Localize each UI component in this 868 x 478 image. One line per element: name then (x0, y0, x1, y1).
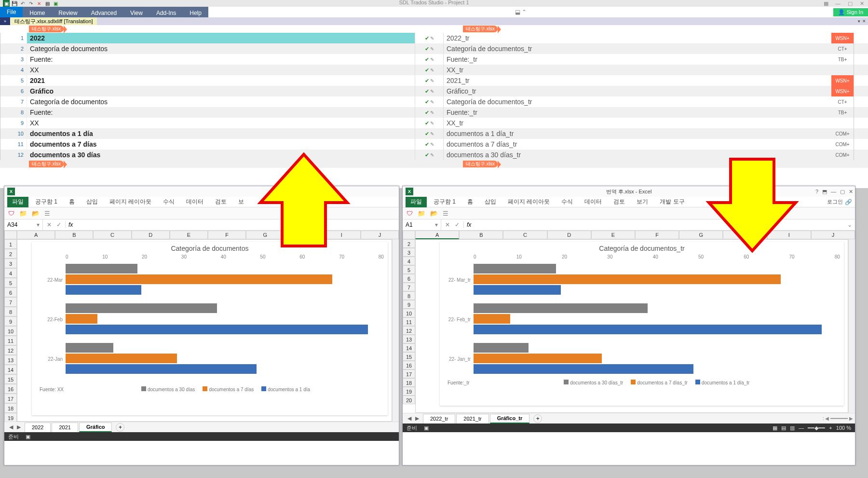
row-header[interactable]: 10 (403, 309, 415, 317)
row-header[interactable]: 17 (403, 369, 415, 378)
status-cell[interactable]: ✔✎ (415, 65, 444, 75)
excel-tab-4[interactable]: 페이지 레이아웃 (105, 197, 156, 207)
row-header[interactable]: 5 (4, 278, 17, 287)
row-header[interactable]: 16 (403, 361, 415, 369)
segment-row[interactable]: 12022✔✎2022_trWSN+ (0, 33, 868, 43)
sheet-tab[interactable]: 2022 (25, 423, 51, 432)
row-header[interactable]: 18 (403, 378, 415, 387)
undo-icon[interactable]: ↶ (19, 0, 26, 7)
toolbox-icon[interactable]: ▦ (820, 0, 832, 7)
status-cell[interactable]: ✔✎ (415, 75, 444, 86)
row-header[interactable]: 2 (4, 249, 17, 259)
row-header[interactable]: 14 (4, 365, 17, 374)
excel-tab-1[interactable]: 공구함 1 (30, 197, 62, 207)
login-link[interactable]: 로그인 (827, 198, 843, 205)
add-sheet-button[interactable]: + (116, 423, 124, 432)
folder-icon[interactable]: 📁 (19, 210, 27, 217)
column-header[interactable]: J (811, 231, 855, 239)
row-header[interactable]: 13 (403, 335, 415, 343)
target-cell[interactable]: documentos a 7 días_tr (444, 139, 831, 150)
minimize-icon[interactable]: — (832, 0, 844, 7)
source-cell[interactable]: XX (27, 118, 415, 128)
row-header[interactable]: 9 (403, 300, 415, 309)
target-cell[interactable]: Categoría de documentos_tr (444, 43, 831, 54)
view-normal-icon[interactable]: ▦ (773, 425, 777, 431)
folder-icon[interactable]: 📁 (418, 210, 425, 217)
target-cell[interactable]: Fuente:_tr (444, 107, 831, 118)
share-icon[interactable]: 🔗 (845, 199, 852, 205)
column-header[interactable]: A (415, 231, 459, 239)
maximize-icon[interactable]: ▢ (840, 189, 845, 195)
name-box[interactable]: A34▾ (4, 219, 43, 230)
target-cell[interactable]: documentos a 1 día_tr (444, 128, 831, 139)
sheet-tab[interactable]: 2021 (52, 423, 78, 432)
sign-in-button[interactable]: 👤Sign In (833, 8, 868, 16)
status-cell[interactable]: ✔✎ (415, 43, 444, 54)
macro-icon[interactable]: ▣ (424, 425, 429, 431)
segment-row[interactable]: 2Categoría de documentos✔✎Categoría de d… (0, 43, 868, 54)
tab-addins[interactable]: Add-Ins (149, 7, 183, 17)
excel-tab-9[interactable]: 개발 도구 (655, 197, 689, 207)
segment-grid[interactable]: 12022✔✎2022_trWSN+2Categoría de document… (0, 33, 868, 160)
row-header[interactable]: 9 (4, 316, 17, 326)
row-header[interactable]: 16 (4, 384, 17, 394)
target-cell[interactable]: Fuente:_tr (444, 54, 831, 65)
target-cell[interactable]: Gráfico_tr (444, 86, 831, 96)
sheet-tab[interactable]: 2021_tr (456, 414, 488, 423)
row-header[interactable]: 7 (4, 297, 17, 307)
name-box[interactable]: A1▾ (403, 219, 441, 230)
row-header[interactable]: 6 (4, 287, 17, 297)
expand-nav-icon[interactable]: » (0, 17, 11, 25)
status-cell[interactable]: ✔✎ (415, 33, 444, 43)
status-cell[interactable]: ✔✎ (415, 107, 444, 118)
target-cell[interactable]: 2021_tr (444, 75, 831, 86)
formula-expand-icon[interactable]: ⌄ (844, 221, 855, 228)
sheet-tab[interactable]: Gráfico (79, 423, 112, 432)
qat-app-icon[interactable]: ▣ (3, 0, 10, 7)
save-icon[interactable]: 💾 (11, 0, 18, 7)
source-cell[interactable]: Categoría de documentos (27, 96, 415, 107)
enter-formula-icon[interactable]: ✓ (455, 221, 460, 228)
select-all-corner[interactable] (4, 231, 17, 239)
excel-tab-3[interactable]: 삽입 (81, 197, 103, 207)
redo-icon[interactable]: ↷ (27, 0, 34, 7)
excel-tab-5[interactable]: 수식 (556, 197, 578, 207)
excel-tab-4[interactable]: 페이지 레이아웃 (503, 197, 555, 207)
zoom-level[interactable]: 100 % (836, 425, 851, 431)
status-cell[interactable]: ✔✎ (415, 128, 444, 139)
excel-tab-0[interactable]: 파일 (7, 197, 28, 207)
target-cell[interactable]: XX_tr (444, 118, 831, 128)
cancel-icon[interactable]: ✕ (36, 0, 42, 7)
row-header[interactable]: 2 (403, 239, 415, 248)
fx-icon[interactable]: fx (65, 221, 76, 228)
source-cell[interactable]: Categoría de documentos (27, 43, 415, 54)
help-icon[interactable]: ? (815, 189, 818, 195)
row-header[interactable]: 1 (4, 239, 17, 249)
row-header[interactable]: 6 (403, 274, 415, 283)
vertical-scrollbar[interactable] (848, 239, 855, 413)
row-header[interactable]: 20 (403, 396, 415, 404)
column-header[interactable]: F (635, 231, 679, 239)
run-icon[interactable]: ▣ (52, 0, 59, 7)
doc-menu-icon[interactable]: ▾ (858, 19, 860, 24)
source-cell[interactable]: Fuente: (27, 107, 415, 118)
doc-close-icon[interactable]: ✕ (862, 19, 866, 24)
row-header[interactable]: 12 (403, 326, 415, 335)
row-header[interactable]: 19 (403, 387, 415, 396)
excel-tab-1[interactable]: 공구함 1 (429, 197, 461, 207)
folder-open-icon[interactable]: 📂 (32, 210, 40, 217)
shield-icon[interactable]: 🛡 (407, 210, 413, 217)
cancel-formula-icon[interactable]: ✕ (47, 221, 52, 228)
cells-area[interactable]: Categoría de documentos_tr 0102030405060… (415, 239, 848, 413)
cells-area[interactable]: Categoría de documentos 0102030405060708… (17, 239, 392, 422)
segment-row[interactable]: 9XX✔✎XX_tr (0, 118, 868, 128)
close-icon[interactable]: ✕ (856, 0, 868, 7)
row-header[interactable]: 8 (4, 307, 17, 316)
row-header[interactable]: 10 (4, 326, 17, 336)
source-cell[interactable]: documentos a 7 días (27, 139, 415, 150)
segment-row[interactable]: 52021✔✎2021_trWSN+ (0, 75, 868, 86)
column-header[interactable]: A (17, 231, 55, 239)
row-header[interactable]: 13 (4, 355, 17, 365)
sheet-nav-prev-icon[interactable]: ◀ (407, 415, 411, 422)
excel-tab-3[interactable]: 삽입 (480, 197, 501, 207)
